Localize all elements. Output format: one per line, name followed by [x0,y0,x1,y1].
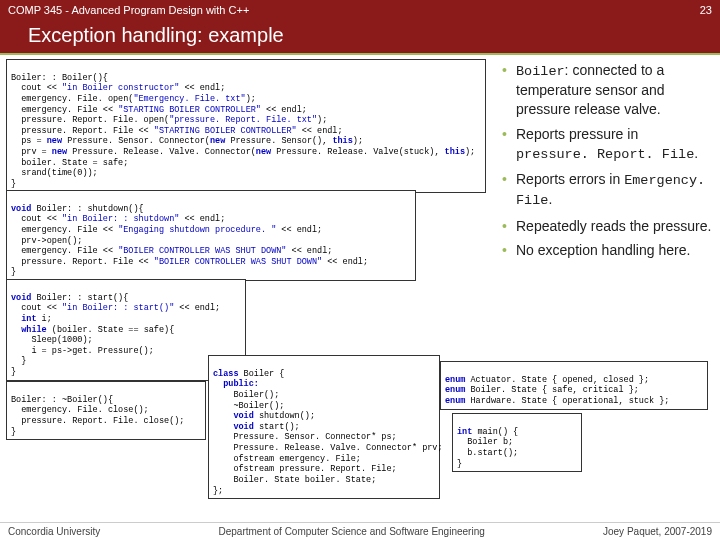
bullet-5: • No exception handling here. [502,241,712,260]
bullet-dot-icon: • [502,125,516,164]
footer-center: Department of Computer Science and Softw… [219,526,485,537]
code-shutdown: void Boiler: : shutdown(){ cout << "in B… [6,190,416,281]
bullet-3: • Reports errors in Emergency. File. [502,170,712,210]
code-destructor: Boiler: : ~Boiler(){ emergency. File. cl… [6,381,206,440]
slide-content: Boiler: : Boiler(){ cout << "in Boiler c… [0,55,720,531]
bullet-1: • Boiler: connected to a temperature sen… [502,61,712,119]
page-number: 23 [700,4,712,16]
footer-left: Concordia University [8,526,100,537]
code-enums: enum Actuator. State { opened, closed };… [440,361,708,410]
code-main: int main() { Boiler b; b.start(); } [452,413,582,472]
code-class-boiler: class Boiler { public: Boiler(); ~Boiler… [208,355,440,499]
course-title: COMP 345 - Advanced Program Design with … [8,4,249,16]
code-constructor: Boiler: : Boiler(){ cout << "in Boiler c… [6,59,486,193]
bullet-list: • Boiler: connected to a temperature sen… [502,61,712,266]
slide-header: COMP 345 - Advanced Program Design with … [0,0,720,20]
slide-footer: Concordia University Department of Compu… [0,522,720,540]
bullet-dot-icon: • [502,61,516,119]
slide-title: Exception handling: example [0,20,720,55]
bullet-dot-icon: • [502,241,516,260]
footer-right: Joey Paquet, 2007-2019 [603,526,712,537]
bullet-dot-icon: • [502,217,516,236]
bullet-4: • Repeatedly reads the pressure. [502,217,712,236]
bullet-2: • Reports pressure in pressure. Report. … [502,125,712,164]
bullet-dot-icon: • [502,170,516,210]
